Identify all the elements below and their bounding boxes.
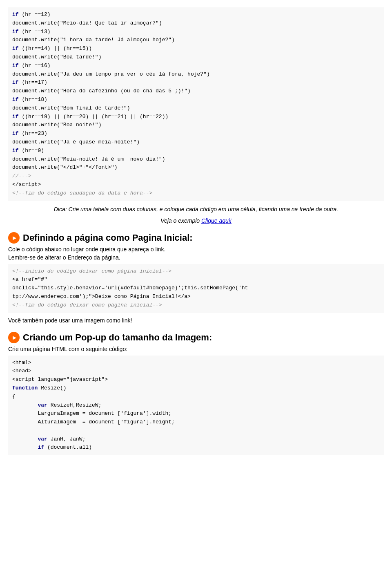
- section-title-pagina: Definindo a página como Pagina Inicial:: [23, 233, 193, 243]
- clique-aqui-link[interactable]: Clique aqui!: [201, 217, 232, 224]
- section-desc1-pagina: Cole o código abaixo no lugar onde queir…: [8, 246, 384, 253]
- tip-example: Veja o exemplo Clique aqui!: [8, 217, 384, 224]
- section-pagina-inicial-header: Definindo a página como Pagina Inicial:: [8, 232, 384, 244]
- section-desc1-popup: Crie uma página HTML com o seguinte códi…: [8, 346, 384, 352]
- plain-text-imagem: Você também pode usar uma imagem como li…: [8, 317, 384, 324]
- veja-o-exemplo-label: Veja o exemplo: [160, 217, 201, 224]
- section-title-popup: Criando um Pop-up do tamanho da Imagem:: [23, 332, 212, 343]
- tip-text: Dica: Crie uma tabela com duas colunas, …: [8, 206, 384, 213]
- code-block-popup: <html> <head> <script language="javascri…: [8, 356, 384, 456]
- code-block-pagina-inicial: <!--inicio do código deixar como página …: [8, 264, 384, 313]
- section-popup-header: Criando um Pop-up do tamanho da Imagem:: [8, 332, 384, 343]
- section-icon-pagina: [8, 232, 20, 244]
- section-icon-popup: [8, 332, 20, 343]
- code-block-top: if (hr ==12) document.write("Meio-dia! Q…: [8, 7, 384, 201]
- section-desc2-pagina: Lembre-se de alterar o Endereço da págin…: [8, 254, 384, 261]
